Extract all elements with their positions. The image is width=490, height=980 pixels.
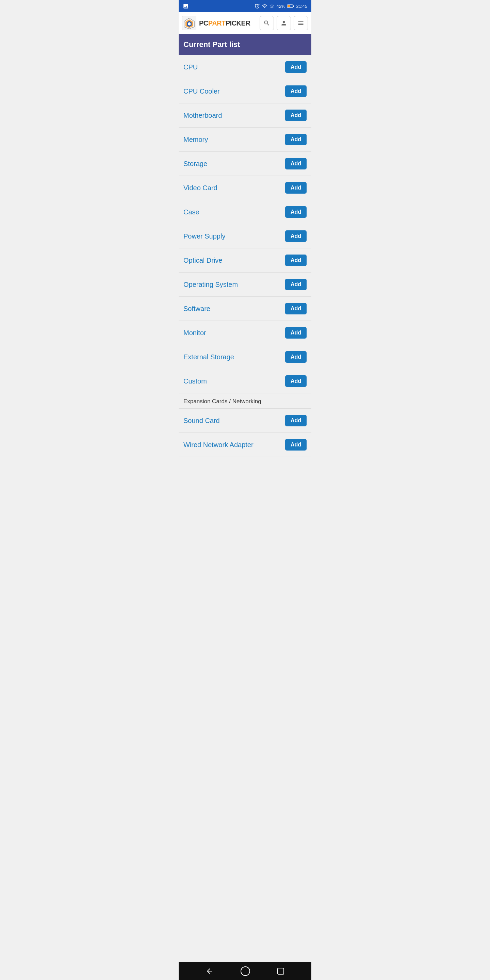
logo-part: PART bbox=[208, 19, 226, 27]
add-button-operating-system[interactable]: Add bbox=[285, 279, 307, 290]
back-button[interactable] bbox=[205, 967, 214, 975]
svg-rect-0 bbox=[273, 6, 274, 8]
part-name-motherboard: Motherboard bbox=[183, 111, 222, 119]
recent-icon bbox=[277, 967, 285, 975]
svg-rect-12 bbox=[278, 968, 284, 974]
svg-rect-5 bbox=[288, 5, 290, 7]
status-left bbox=[183, 3, 189, 9]
signal-icon bbox=[269, 3, 274, 9]
add-button-optical-drive[interactable]: Add bbox=[285, 255, 307, 266]
back-icon bbox=[205, 967, 214, 975]
part-item-monitor: Monitor Add bbox=[179, 321, 311, 345]
part-name-memory: Memory bbox=[183, 136, 208, 143]
svg-point-11 bbox=[241, 967, 250, 975]
part-name-sound-card: Sound Card bbox=[183, 417, 220, 425]
part-item-cpu-cooler: CPU Cooler Add bbox=[179, 79, 311, 103]
add-button-monitor[interactable]: Add bbox=[285, 327, 307, 339]
profile-button[interactable] bbox=[277, 16, 291, 30]
status-right: 42% 21:45 bbox=[255, 3, 307, 9]
add-button-sound-card[interactable]: Add bbox=[285, 415, 307, 426]
app-header: PCPARTPICKER bbox=[179, 12, 311, 34]
battery-percentage: 42% bbox=[276, 4, 285, 9]
part-name-monitor: Monitor bbox=[183, 329, 206, 337]
part-list: CPU Add CPU Cooler Add Motherboard Add M… bbox=[179, 55, 311, 962]
part-name-wired-network-adapter: Wired Network Adapter bbox=[183, 441, 253, 449]
status-bar: 42% 21:45 bbox=[179, 0, 311, 12]
add-button-cpu-cooler[interactable]: Add bbox=[285, 86, 307, 97]
part-name-cpu: CPU bbox=[183, 63, 198, 71]
banner-title: Current Part list bbox=[183, 40, 307, 49]
part-name-optical-drive: Optical Drive bbox=[183, 256, 222, 264]
status-time: 21:45 bbox=[296, 4, 307, 9]
logo-text: PCPARTPICKER bbox=[199, 19, 250, 27]
wifi-icon bbox=[262, 3, 267, 9]
logo-container: PCPARTPICKER bbox=[182, 16, 259, 30]
part-name-video-card: Video Card bbox=[183, 184, 218, 192]
part-item-video-card: Video Card Add bbox=[179, 176, 311, 200]
menu-icon bbox=[298, 20, 304, 27]
part-name-storage: Storage bbox=[183, 160, 207, 168]
part-name-software: Software bbox=[183, 305, 210, 313]
part-item-motherboard: Motherboard Add bbox=[179, 103, 311, 127]
part-name-cpu-cooler: CPU Cooler bbox=[183, 88, 220, 95]
part-item-power-supply: Power Supply Add bbox=[179, 224, 311, 248]
logo-icon bbox=[182, 16, 196, 30]
banner: Current Part list bbox=[179, 34, 311, 55]
part-name-power-supply: Power Supply bbox=[183, 232, 225, 240]
photo-icon bbox=[183, 3, 189, 9]
add-button-memory[interactable]: Add bbox=[285, 134, 307, 145]
part-item-optical-drive: Optical Drive Add bbox=[179, 248, 311, 272]
search-button[interactable] bbox=[259, 16, 274, 30]
add-button-video-card[interactable]: Add bbox=[285, 182, 307, 194]
expansion-section-header: Expansion Cards / Networking bbox=[179, 393, 311, 409]
search-icon bbox=[263, 20, 270, 27]
add-button-power-supply[interactable]: Add bbox=[285, 231, 307, 242]
recent-button[interactable] bbox=[277, 967, 285, 975]
part-item-storage: Storage Add bbox=[179, 152, 311, 176]
part-name-custom: Custom bbox=[183, 377, 207, 385]
part-item-operating-system: Operating System Add bbox=[179, 272, 311, 297]
part-name-external-storage: External Storage bbox=[183, 353, 234, 361]
part-item-software: Software Add bbox=[179, 297, 311, 321]
home-button[interactable] bbox=[240, 966, 250, 976]
part-name-operating-system: Operating System bbox=[183, 281, 238, 288]
part-item-sound-card: Sound Card Add bbox=[179, 409, 311, 433]
add-button-software[interactable]: Add bbox=[285, 303, 307, 314]
home-icon bbox=[240, 966, 250, 976]
profile-icon bbox=[280, 20, 287, 27]
main-parts-container: CPU Add CPU Cooler Add Motherboard Add M… bbox=[179, 55, 311, 393]
expansion-parts-container: Sound Card Add Wired Network Adapter Add bbox=[179, 409, 311, 457]
add-button-storage[interactable]: Add bbox=[285, 158, 307, 169]
alarm-icon bbox=[255, 3, 260, 9]
header-actions bbox=[259, 16, 308, 30]
logo-picker: PICKER bbox=[226, 19, 250, 27]
logo-pc: PC bbox=[199, 19, 208, 27]
add-button-case[interactable]: Add bbox=[285, 206, 307, 218]
add-button-wired-network-adapter[interactable]: Add bbox=[285, 439, 307, 450]
menu-button[interactable] bbox=[294, 16, 308, 30]
svg-rect-4 bbox=[293, 5, 294, 7]
navigation-bar bbox=[179, 962, 311, 980]
add-button-cpu[interactable]: Add bbox=[285, 61, 307, 73]
add-button-custom[interactable]: Add bbox=[285, 375, 307, 387]
part-item-external-storage: External Storage Add bbox=[179, 345, 311, 369]
add-button-external-storage[interactable]: Add bbox=[285, 351, 307, 363]
svg-rect-2 bbox=[271, 7, 272, 8]
part-item-cpu: CPU Add bbox=[179, 55, 311, 79]
part-item-memory: Memory Add bbox=[179, 127, 311, 152]
battery-icon bbox=[287, 4, 294, 8]
part-item-case: Case Add bbox=[179, 200, 311, 224]
part-item-custom: Custom Add bbox=[179, 369, 311, 393]
svg-rect-1 bbox=[272, 7, 272, 8]
part-name-case: Case bbox=[183, 208, 199, 216]
add-button-motherboard[interactable]: Add bbox=[285, 110, 307, 121]
part-item-wired-network-adapter: Wired Network Adapter Add bbox=[179, 433, 311, 457]
